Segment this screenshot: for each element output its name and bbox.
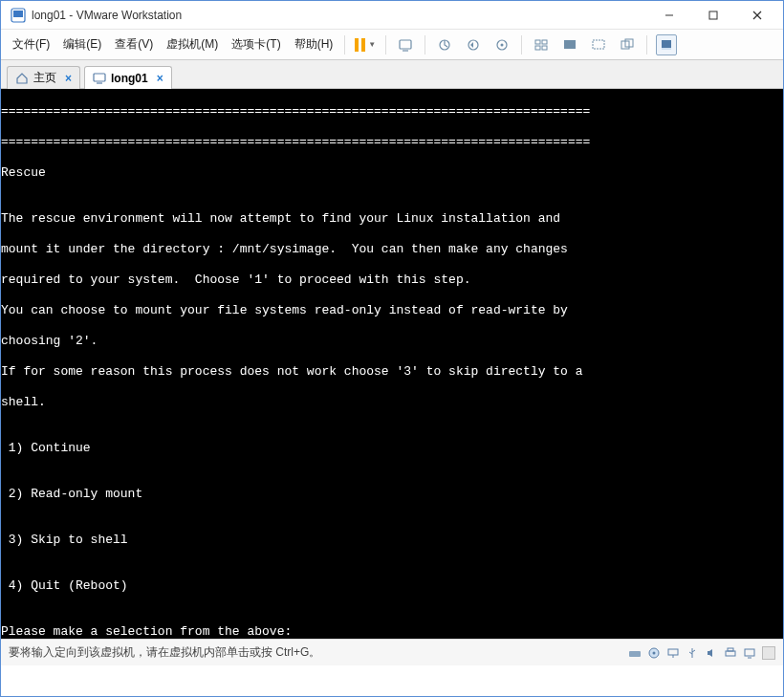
menu-edit[interactable]: 编辑(E): [57, 33, 107, 56]
terminal-line: Please make a selection from the above:: [1, 624, 783, 639]
svg-rect-14: [535, 46, 540, 50]
tab-vm-long01[interactable]: long01 ×: [84, 66, 172, 89]
svg-point-11: [501, 43, 504, 46]
terminal-line: 1) Continue: [1, 441, 783, 456]
snapshot-take-icon[interactable]: [434, 34, 455, 55]
menu-view[interactable]: 查看(V): [109, 33, 159, 56]
cdrom-icon[interactable]: [647, 646, 661, 660]
message-log-icon[interactable]: [762, 646, 775, 660]
app-icon: [11, 8, 26, 23]
tab-close-icon[interactable]: ×: [157, 72, 163, 85]
window-title: long01 - VMware Workstation: [32, 9, 182, 22]
close-button[interactable]: [735, 1, 779, 30]
display-icon[interactable]: [743, 646, 756, 660]
svg-rect-6: [400, 40, 411, 49]
snapshot-manager-icon[interactable]: [491, 34, 512, 55]
bottom-statusbar: 要将输入定向到该虚拟机，请在虚拟机内部单击或按 Ctrl+G。: [1, 639, 783, 665]
pause-vm-button[interactable]: ▼: [355, 38, 376, 52]
svg-rect-17: [593, 40, 604, 49]
terminal-line: The rescue environment will now attempt …: [1, 211, 783, 227]
sound-icon[interactable]: [705, 646, 718, 660]
terminal-line: required to your system. Choose '1' to p…: [1, 272, 783, 288]
usb-icon[interactable]: [686, 646, 699, 660]
tab-home[interactable]: 主页 ×: [7, 66, 80, 89]
vm-console[interactable]: ========================================…: [1, 89, 783, 639]
svg-rect-29: [726, 651, 735, 656]
svg-rect-31: [745, 649, 754, 656]
window-titlebar: long01 - VMware Workstation: [1, 1, 783, 30]
toolbar-separator: [385, 35, 386, 54]
network-icon[interactable]: [666, 646, 680, 660]
toolbar-separator: [425, 35, 425, 54]
thumbnail-view-icon[interactable]: [531, 34, 552, 55]
device-tray: [628, 646, 775, 660]
fullscreen-icon[interactable]: [656, 34, 677, 55]
menu-file[interactable]: 文件(F): [7, 33, 55, 56]
stretch-guest-icon[interactable]: [588, 34, 609, 55]
svg-point-26: [653, 651, 656, 654]
svg-rect-24: [629, 651, 641, 657]
menu-tabs[interactable]: 选项卡(T): [226, 33, 286, 56]
terminal-line: choosing '2'.: [1, 334, 783, 349]
svg-rect-27: [668, 649, 678, 655]
terminal-line: If for some reason this process does not…: [1, 364, 783, 380]
toolbar-separator: [646, 35, 647, 54]
tab-close-icon[interactable]: ×: [65, 72, 72, 85]
maximize-button[interactable]: [691, 1, 735, 30]
terminal-line: 4) Quit (Reboot): [1, 578, 783, 594]
tab-home-label: 主页: [33, 70, 56, 86]
terminal-line: 2) Read-only mount: [1, 487, 783, 502]
svg-rect-13: [542, 40, 547, 44]
svg-rect-20: [662, 40, 671, 48]
svg-rect-12: [535, 40, 540, 44]
terminal-line: 3) Skip to shell: [1, 533, 783, 548]
toolbar-separator: [344, 35, 345, 54]
home-icon: [15, 72, 29, 85]
tab-strip: 主页 × long01 ×: [1, 60, 783, 89]
svg-rect-15: [542, 46, 547, 50]
unity-mode-icon[interactable]: [617, 34, 638, 55]
menu-vm[interactable]: 虚拟机(M): [161, 33, 224, 56]
svg-rect-3: [709, 11, 717, 19]
minimize-button[interactable]: [647, 1, 691, 30]
terminal-line: ========================================…: [1, 135, 783, 150]
dropdown-arrow-icon: ▼: [368, 40, 376, 49]
harddisk-icon[interactable]: [628, 646, 642, 660]
vm-icon: [93, 72, 106, 85]
printer-icon[interactable]: [724, 646, 737, 660]
terminal-line: ========================================…: [1, 104, 783, 120]
terminal-line: Rescue: [1, 165, 783, 181]
input-hint-label: 要将输入定向到该虚拟机，请在虚拟机内部单击或按 Ctrl+G。: [9, 644, 320, 661]
terminal-line: shell.: [1, 395, 783, 410]
menu-help[interactable]: 帮助(H): [289, 33, 339, 56]
toolbar-separator: [521, 35, 522, 54]
svg-rect-22: [94, 74, 105, 81]
svg-rect-1: [13, 11, 23, 17]
terminal-line: mount it under the directory : /mnt/sysi…: [1, 242, 783, 257]
svg-rect-16: [564, 40, 576, 49]
svg-rect-21: [662, 48, 671, 50]
send-ctrlaltdel-icon[interactable]: [395, 34, 416, 55]
tab-vm-label: long01: [111, 72, 148, 85]
menu-toolbar: 文件(F) 编辑(E) 查看(V) 虚拟机(M) 选项卡(T) 帮助(H) ▼: [1, 30, 783, 60]
snapshot-revert-icon[interactable]: [463, 34, 484, 55]
console-view-icon[interactable]: [559, 34, 580, 55]
terminal-line: You can choose to mount your file system…: [1, 303, 783, 318]
svg-rect-30: [728, 648, 733, 651]
